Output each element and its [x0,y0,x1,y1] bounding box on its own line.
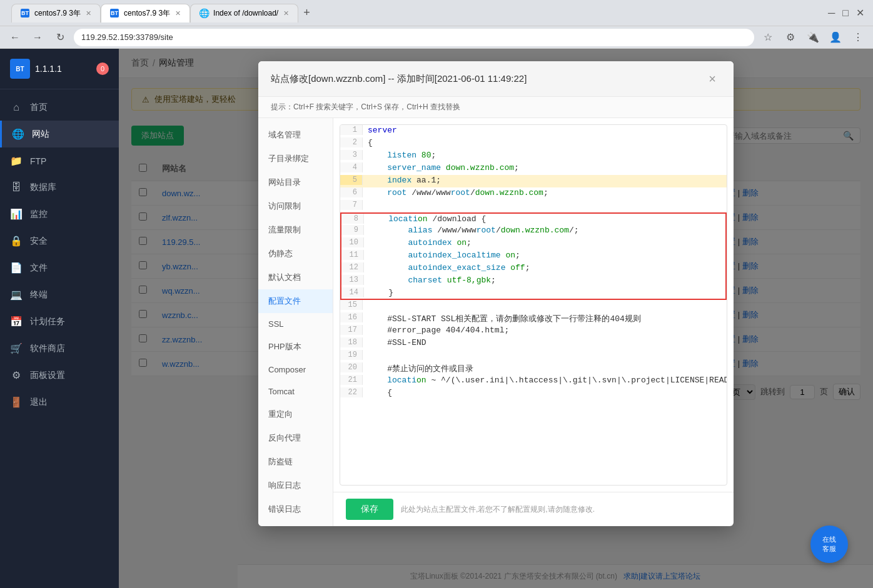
close-window-button[interactable]: ✕ [854,4,867,21]
line-content-5: index aa.1; [363,175,727,186]
sidebar-item-home[interactable]: ⌂ 首页 [0,94,119,121]
code-line-19: 19 [340,350,727,362]
tab-bar: BT centos7.9 3年 ✕ BT centos7.9 3年 ✕ 🌐 In… [11,4,820,22]
tab-close-2[interactable]: ✕ [175,9,181,17]
modal-nav-error-log[interactable]: 错误日志 [258,497,333,521]
code-line-15: 15 [340,300,727,312]
extension-button-1[interactable]: ⚙ [782,29,799,46]
website-icon: 🌐 [12,128,24,140]
profile-button[interactable]: 👤 [827,29,844,46]
sidebar-item-logout[interactable]: 🚪 退出 [0,389,119,416]
code-line-1: 1 server [340,125,727,137]
line-number-13: 13 [341,275,364,285]
modal-nav-redirect[interactable]: 重定向 [258,402,333,426]
tab-3[interactable]: 🌐 Index of /download/ ✕ [190,4,298,22]
extension-button-2[interactable]: 🔌 [804,29,822,46]
modal-nav-access-log[interactable]: 响应日志 [258,474,333,497]
address-input[interactable] [74,29,754,46]
tab-icon-3: 🌐 [199,9,208,17]
line-content-11: autoindex_localtime on; [364,250,725,261]
code-line-7: 7 [340,200,727,212]
code-line-22: 22 { [340,387,727,400]
menu-button[interactable]: ⋮ [849,29,867,46]
code-line-13: 13 charset utf-8,gbk; [340,275,727,287]
sidebar-item-tasks[interactable]: 📅 计划任务 [0,308,119,335]
sidebar-item-files[interactable]: 📄 文件 [0,254,119,281]
modal-nav-traffic[interactable]: 流量限制 [258,218,333,242]
modal-nav-static[interactable]: 伪静态 [258,242,333,266]
sidebar-item-panel[interactable]: ⚙ 面板设置 [0,362,119,389]
modal-nav-config[interactable]: 配置文件 [258,289,333,313]
modal-nav-domain[interactable]: 域名管理 [258,123,333,147]
modal-nav-webdir[interactable]: 网站目录 [258,171,333,194]
panel-icon: ⚙ [10,369,23,381]
line-number-9: 9 [341,225,364,235]
sidebar-item-label-tasks: 计划任务 [30,316,65,327]
new-tab-button[interactable]: + [298,4,315,22]
line-content-6: root /www/wwwroot/down.wzznb.com; [363,187,727,198]
ftp-icon: 📁 [10,155,23,167]
sidebar-logo: BT 1.1.1.1 [10,59,62,79]
sidebar-item-label-ftp: FTP [30,156,46,166]
code-line-17: 17 #error_page 404/404.html; [340,325,727,337]
line-number-5: 5 [340,175,363,185]
sidebar-item-database[interactable]: 🗄 数据库 [0,174,119,201]
modal-nav-hotlink[interactable]: 防盗链 [258,450,333,474]
sidebar-item-monitor[interactable]: 📊 监控 [0,201,119,227]
code-line-5: 5 index aa.1; [340,175,727,187]
sidebar-item-ftp[interactable]: 📁 FTP [0,147,119,174]
save-button[interactable]: 保存 [346,499,393,520]
maximize-button[interactable]: □ [840,5,851,21]
minimize-button[interactable]: ─ [825,5,837,21]
modal-left-nav: 域名管理 子目录绑定 网站目录 访问限制 流量限制 伪静态 默认文档 配置文件 … [258,118,333,526]
code-line-6: 6 root /www/wwwroot/down.wzznb.com; [340,187,727,200]
tab-icon-2: BT [110,9,119,17]
modal-nav-composer[interactable]: Composer [258,359,333,381]
tab-close-3[interactable]: ✕ [283,9,289,17]
line-number-14: 14 [341,287,364,297]
line-content-7 [363,200,727,201]
reload-button[interactable]: ↻ [51,29,69,46]
line-number-21: 21 [340,375,363,385]
tab-close-1[interactable]: ✕ [86,9,91,17]
code-line-10: 10 autoindex on; [340,237,727,250]
sidebar-nav: ⌂ 首页 🌐 网站 📁 FTP 🗄 数据库 📊 监控 🔒 安全 [0,89,119,588]
modal-close-button[interactable]: × [704,70,721,87]
sidebar-item-label-website: 网站 [32,129,49,140]
sidebar-item-website[interactable]: 🌐 网站 [0,121,119,147]
modal-nav-reverse[interactable]: 反向代理 [258,426,333,450]
code-line-2: 2 { [340,137,727,150]
tasks-icon: 📅 [10,316,23,327]
modal: 站点修改[down.wzznb.com] -- 添加时间[2021-06-01 … [258,61,734,526]
sidebar-item-label-monitor: 监控 [30,209,48,220]
code-line-18: 18 #SSL-END [340,337,727,350]
line-number-10: 10 [341,237,364,247]
modal-nav-php[interactable]: PHP版本 [258,335,333,359]
code-line-9: 9 alias /www/wwwroot/down.wzznb.com/; [340,225,727,237]
forward-button[interactable]: → [29,29,46,46]
modal-nav-default[interactable]: 默认文档 [258,266,333,289]
sidebar-item-security[interactable]: 🔒 安全 [0,227,119,254]
tab-label-3: Index of /download/ [213,9,278,17]
modal-nav-ssl[interactable]: SSL [258,313,333,335]
modal-right: 1 server 2 { 3 listen 80; 4 server_name … [333,118,734,526]
sidebar-item-software[interactable]: 🛒 软件商店 [0,335,119,362]
bookmark-button[interactable]: ☆ [759,29,777,46]
online-service-button[interactable]: 在线客服 [810,526,848,563]
modal-nav-tomcat[interactable]: Tomcat [258,381,333,402]
browser-chrome: BT centos7.9 3年 ✕ BT centos7.9 3年 ✕ 🌐 In… [0,0,873,26]
tab-label-2: centos7.9 3年 [124,8,170,19]
sidebar-item-terminal[interactable]: 💻 终端 [0,281,119,308]
line-number-22: 22 [340,387,363,397]
back-button[interactable]: ← [6,29,24,46]
line-number-17: 17 [340,325,363,335]
modal-overlay: 站点修改[down.wzznb.com] -- 添加时间[2021-06-01 … [119,49,873,588]
tab-2[interactable]: BT centos7.9 3年 ✕ [101,4,190,22]
modal-nav-subdir[interactable]: 子目录绑定 [258,147,333,171]
modal-nav-access[interactable]: 访问限制 [258,194,333,218]
line-content-14: } [364,287,725,298]
modal-bottom: 保存 此处为站点主配置文件,若您不了解配置规则,请勿随意修改. [333,492,734,526]
notification-badge[interactable]: 0 [96,62,109,75]
tab-1[interactable]: BT centos7.9 3年 ✕ [11,4,101,22]
code-editor[interactable]: 1 server 2 { 3 listen 80; 4 server_name … [340,125,727,485]
